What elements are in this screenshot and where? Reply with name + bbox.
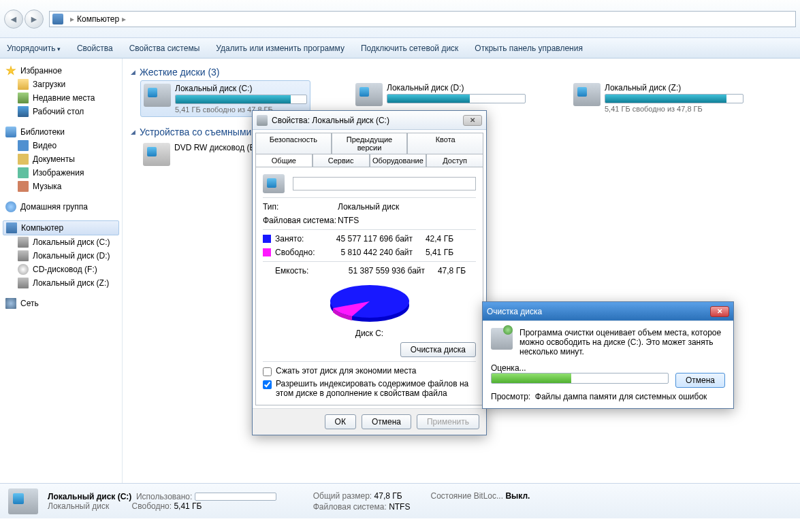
breadcrumb-root[interactable]: Компьютер bbox=[77, 14, 119, 24]
desktop-icon bbox=[18, 106, 29, 117]
recent-icon bbox=[18, 93, 29, 103]
video-icon bbox=[18, 140, 29, 151]
sidebar-desktop[interactable]: Рабочий стол bbox=[0, 105, 122, 118]
toolbar-properties[interactable]: Свойства bbox=[77, 44, 113, 53]
nav-forward-button[interactable]: ► bbox=[25, 10, 44, 29]
address-bar[interactable]: ▸ Компьютер ▸ bbox=[49, 11, 796, 27]
toolbar-map-drive[interactable]: Подключить сетевой диск bbox=[361, 44, 458, 53]
status-title: Локальный диск (C:) bbox=[48, 492, 131, 501]
ok-button[interactable]: ОК bbox=[325, 414, 356, 429]
sidebar-computer[interactable]: Компьютер bbox=[3, 220, 119, 235]
homegroup-icon bbox=[5, 201, 16, 212]
sidebar-pictures[interactable]: Изображения bbox=[0, 166, 122, 180]
sidebar-downloads[interactable]: Загрузки bbox=[0, 78, 122, 91]
sidebar-music[interactable]: Музыка bbox=[0, 180, 122, 193]
dialog-titlebar[interactable]: Свойства: Локальный диск (C:) ✕ bbox=[253, 111, 486, 130]
tab-general[interactable]: Общие bbox=[255, 154, 313, 167]
hdd-icon bbox=[18, 237, 29, 248]
compress-checkbox[interactable] bbox=[263, 367, 272, 376]
hdd-icon bbox=[573, 83, 601, 106]
section-hard-disks[interactable]: Жесткие диски (3) bbox=[131, 67, 792, 78]
tab-quota[interactable]: Квота bbox=[407, 133, 483, 154]
hdd-icon bbox=[355, 83, 383, 106]
index-checkbox-row[interactable]: Разрешить индексировать содержимое файло… bbox=[263, 379, 476, 398]
cancel-button[interactable]: Отмена bbox=[675, 373, 725, 388]
dvd-icon bbox=[143, 143, 170, 166]
folder-icon bbox=[18, 79, 29, 90]
libraries-icon bbox=[5, 127, 16, 137]
close-button[interactable]: ✕ bbox=[710, 306, 729, 317]
sidebar-drive-z[interactable]: Локальный диск (Z:) bbox=[0, 276, 122, 290]
hdd-icon bbox=[257, 115, 268, 126]
cleanup-message: Программа очистки оценивает объем места,… bbox=[519, 328, 725, 356]
navigation-sidebar: Избранное Загрузки Недавние места Рабочи… bbox=[0, 59, 123, 483]
index-checkbox[interactable] bbox=[263, 380, 272, 389]
cancel-button[interactable]: Отмена bbox=[362, 414, 411, 429]
dialog-title: Очистка диска bbox=[487, 307, 542, 316]
disk-cleanup-dialog: Очистка диска ✕ Программа очистки оценив… bbox=[482, 301, 734, 409]
disk-cleanup-button[interactable]: Очистка диска bbox=[400, 342, 476, 357]
sidebar-favorites-header[interactable]: Избранное bbox=[0, 64, 122, 78]
toolbar-uninstall[interactable]: Удалить или изменить программу bbox=[216, 44, 345, 53]
toolbar: Упорядочить Свойства Свойства системы Уд… bbox=[0, 38, 800, 59]
hdd-icon bbox=[8, 488, 38, 514]
sidebar-videos[interactable]: Видео bbox=[0, 139, 122, 152]
pictures-icon bbox=[18, 167, 29, 178]
evaluating-label: Оценка... bbox=[491, 363, 725, 373]
dialog-titlebar[interactable]: Очистка диска ✕ bbox=[483, 302, 733, 321]
computer-icon bbox=[52, 14, 63, 24]
sidebar-drive-c[interactable]: Локальный диск (C:) bbox=[0, 235, 122, 249]
document-icon bbox=[18, 154, 29, 165]
star-icon bbox=[5, 65, 16, 76]
apply-button[interactable]: Применить bbox=[417, 414, 479, 429]
sidebar-network[interactable]: Сеть bbox=[0, 297, 122, 310]
toolbar-organize[interactable]: Упорядочить bbox=[7, 44, 61, 53]
window-titlebar: ◄ ► ▸ Компьютер ▸ bbox=[0, 0, 800, 38]
sidebar-drive-f[interactable]: CD-дисковод (F:) bbox=[0, 263, 122, 276]
hdd-icon bbox=[144, 84, 171, 107]
sidebar-documents[interactable]: Документы bbox=[0, 152, 122, 166]
nav-back-button[interactable]: ◄ bbox=[4, 10, 23, 29]
sidebar-libraries-header[interactable]: Библиотеки bbox=[0, 125, 122, 139]
sidebar-recent[interactable]: Недавние места bbox=[0, 91, 122, 105]
network-icon bbox=[5, 298, 16, 309]
tab-previous-versions[interactable]: Предыдущие версии bbox=[332, 133, 408, 154]
scanning-category: Файлы дампа памяти для системных ошибок bbox=[535, 392, 707, 401]
volume-label-input[interactable] bbox=[293, 177, 476, 190]
hdd-icon bbox=[18, 278, 29, 288]
hdd-icon bbox=[18, 250, 29, 261]
usage-pie-chart bbox=[322, 280, 417, 327]
toolbar-system-properties[interactable]: Свойства системы bbox=[129, 44, 200, 53]
tab-sharing[interactable]: Доступ bbox=[426, 154, 483, 167]
close-button[interactable]: ✕ bbox=[463, 115, 482, 126]
dialog-title: Свойства: Локальный диск (C:) bbox=[272, 116, 389, 125]
tab-tools[interactable]: Сервис bbox=[313, 154, 370, 167]
status-bar: Локальный диск (C:) Использовано: Локаль… bbox=[0, 483, 800, 518]
tab-hardware[interactable]: Оборудование bbox=[370, 154, 427, 167]
toolbar-control-panel[interactable]: Открыть панель управления bbox=[475, 44, 583, 53]
cd-icon bbox=[18, 264, 29, 275]
cleanup-icon bbox=[491, 328, 513, 350]
music-icon bbox=[18, 181, 29, 192]
sidebar-homegroup[interactable]: Домашняя группа bbox=[0, 200, 122, 214]
properties-dialog: Свойства: Локальный диск (C:) ✕ Безопасн… bbox=[252, 110, 487, 435]
hdd-icon bbox=[263, 174, 285, 193]
progress-bar bbox=[491, 373, 669, 384]
sidebar-drive-d[interactable]: Локальный диск (D:) bbox=[0, 249, 122, 263]
drive-z[interactable]: Локальный диск (Z:) 5,41 ГБ свободно из … bbox=[573, 83, 743, 114]
tab-security[interactable]: Безопасность bbox=[255, 133, 332, 154]
computer-icon bbox=[6, 222, 17, 233]
compress-checkbox-row[interactable]: Сжать этот диск для экономии места bbox=[263, 366, 476, 376]
